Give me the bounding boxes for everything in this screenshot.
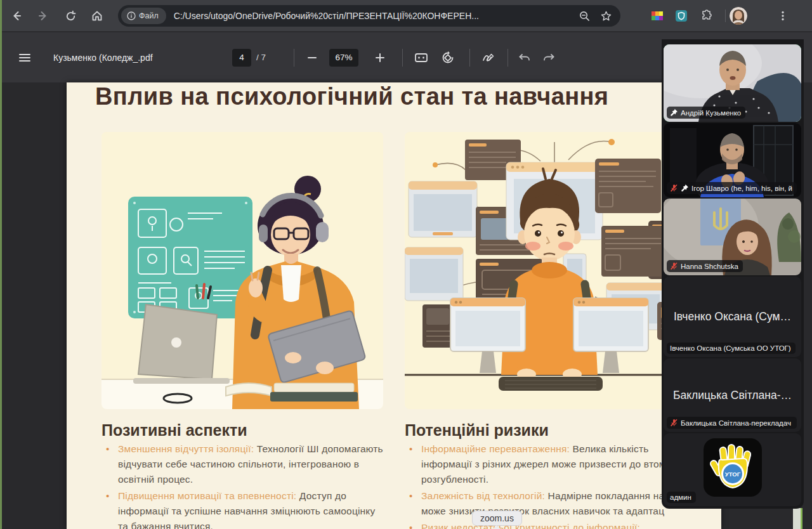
- zoom-level-input[interactable]: 67%: [329, 49, 358, 67]
- annotate-pen-icon[interactable]: [481, 32, 496, 82]
- zoomus-tooltip: zoom.us: [472, 511, 522, 526]
- bullet-lead: Підвищення мотивації та впевненості:: [118, 490, 296, 501]
- reload-icon[interactable]: [63, 8, 78, 23]
- participant-tile[interactable]: Ігор Шавро (he, him, his, він, йо…: [664, 123, 801, 197]
- bullet-line: Зменшення відчуття ізоляції: Технології …: [118, 441, 383, 457]
- zoomus-tooltip-text: zoom.us: [472, 511, 522, 526]
- zoom-out-icon[interactable]: [306, 32, 318, 82]
- pdf-menu-icon[interactable]: [18, 32, 32, 82]
- participant-name-text: Hanna Shchutska: [681, 263, 738, 270]
- bullet-lead: Зменшення відчуття ізоляції:: [118, 443, 254, 454]
- mic-muted-icon: [670, 419, 678, 427]
- background-window-edge: [793, 508, 801, 529]
- pdf-page: Вплив на психологічний стан та навчання: [67, 82, 721, 529]
- extensions-puzzle-icon[interactable]: [699, 8, 714, 23]
- bookmark-star-icon[interactable]: [599, 9, 613, 23]
- file-scheme-chip[interactable]: Файл: [121, 8, 166, 24]
- pdf-filename: Кузьменко (Коледж_.pdf: [53, 53, 153, 63]
- bullet-line: Підвищення мотивації та впевненості: Дос…: [118, 488, 375, 504]
- page-total: / 7: [256, 53, 266, 62]
- file-chip-label: Файл: [139, 11, 159, 20]
- screen: Файл C:/Users/utogo/OneDrive/Робочий%20с…: [0, 0, 812, 529]
- participant-name-text: Івченко Оксана (Сумська ОО УТОГ): [670, 344, 791, 352]
- bullet-lead: Інформаційне перевантаження:: [421, 443, 570, 454]
- shield-extension-icon[interactable]: [674, 8, 689, 23]
- participant-tile[interactable]: Івченко Оксана (Сум…Івченко Оксана (Сумс…: [664, 277, 801, 357]
- back-icon[interactable]: [9, 8, 24, 23]
- bullet-dot: •: [405, 488, 421, 519]
- participant-name-label: Ігор Шавро (he, him, his, він, йо…: [667, 182, 797, 194]
- illustration-positive-aspects: [102, 132, 383, 409]
- bullet-line: та бажання вчитися.: [118, 519, 375, 529]
- participant-name-label: Івченко Оксана (Сумська ОО УТОГ): [667, 343, 796, 354]
- bullet-line: освітній процес.: [118, 472, 383, 487]
- participant-name-label: админ: [667, 492, 696, 503]
- potential-risks-heading: Потенційні ризики: [405, 421, 549, 440]
- pdf-toolbar-separator: [469, 49, 470, 67]
- participant-tile[interactable]: Hanna Shchutska: [664, 199, 801, 275]
- pdf-toolbar-separator: [508, 49, 508, 67]
- bullet-dot: •: [405, 520, 421, 529]
- pdf-toolbar-separator: [294, 49, 294, 67]
- zoom-in-icon[interactable]: [374, 32, 386, 82]
- participant-name-text: Андрій Кузьменко: [681, 109, 741, 117]
- palette-extension-icon[interactable]: [650, 8, 665, 23]
- rotate-icon[interactable]: [440, 32, 455, 82]
- page-number-input[interactable]: 4: [232, 49, 251, 67]
- browser-menu-kebab-icon[interactable]: [775, 8, 790, 23]
- bullet-lead: Ризик недостатньої критичності до інформ…: [421, 522, 640, 529]
- bullet-dot: •: [102, 488, 118, 529]
- participant-name-text: админ: [670, 493, 691, 501]
- participant-name-label: Hanna Shchutska: [667, 260, 743, 272]
- bullet-line: Залежність від технологій: Надмірне покл…: [421, 488, 664, 504]
- mic-muted-icon: [670, 184, 678, 192]
- bullet-line: відчувати себе частиною спільноти, інтег…: [118, 457, 383, 472]
- forward-icon[interactable]: [36, 8, 51, 23]
- participants-panel[interactable]: Андрій Кузьменко Ігор Шавро (he, him, hi…: [662, 39, 804, 509]
- bullet-dot: •: [405, 441, 421, 487]
- bullet-line: розгубленості.: [421, 472, 672, 487]
- girl-studying-illustration: [102, 132, 383, 409]
- illustration-potential-risks: [405, 132, 686, 409]
- slide-title: Вплив на психологічний стан та навчання: [95, 83, 608, 110]
- toolbar-separator: [725, 10, 726, 22]
- bullet-lead: Залежність від технологій:: [421, 490, 545, 501]
- participant-tile[interactable]: УТОГ админ: [664, 433, 801, 506]
- zoom-out-page-icon[interactable]: [577, 9, 591, 23]
- positive-aspects-heading: Позитивні аспекти: [102, 421, 247, 440]
- bullet-item: •Зменшення відчуття ізоляції: Технології…: [102, 441, 406, 487]
- bullet-item: •Підвищення мотивації та впевненості: До…: [102, 488, 406, 529]
- screen-share-border: [0, 0, 2, 529]
- url-text[interactable]: C:/Users/utogo/OneDrive/Робочий%20стіл/П…: [174, 11, 577, 21]
- mic-muted-icon: [670, 262, 678, 270]
- participant-name-text: Баклицька Світлана-перекладач ж…: [681, 419, 792, 427]
- pin-icon: [670, 108, 678, 117]
- participant-tile[interactable]: Баклицька Світлана-… Баклицька Світлана-…: [664, 358, 801, 432]
- bullet-line: Інформаційне перевантаження: Велика кіль…: [421, 441, 672, 457]
- undo-icon[interactable]: [518, 32, 532, 82]
- svg-text:УТОГ: УТОГ: [724, 471, 740, 478]
- bullet-line: Ризик недостатньої критичності до інформ…: [421, 520, 640, 529]
- profile-avatar[interactable]: [730, 7, 747, 25]
- address-bar[interactable]: Файл C:/Users/utogo/OneDrive/Робочий%20с…: [118, 5, 620, 27]
- fit-to-width-icon[interactable]: [414, 32, 429, 82]
- pin-icon: [681, 184, 689, 192]
- boy-overload-illustration: [405, 132, 686, 409]
- participant-name-label: Андрій Кузьменко: [667, 107, 745, 119]
- bullet-line: може знизити розвиток власних навичок та…: [421, 504, 664, 519]
- browser-toolbar: Файл C:/Users/utogo/OneDrive/Робочий%20с…: [0, 0, 812, 32]
- participant-name-label: Баклицька Світлана-перекладач ж…: [667, 417, 797, 429]
- utog-logo: УТОГ: [704, 438, 762, 497]
- bullet-line: інформації з різних джерел може призвест…: [421, 457, 672, 472]
- bullet-item: •Ризик недостатньої критичності до інфор…: [405, 520, 735, 529]
- redo-icon[interactable]: [542, 32, 556, 82]
- bullet-line: інформації та успішне навчання зміцнюють…: [118, 504, 375, 519]
- info-icon: [127, 11, 136, 20]
- pdf-toolbar-separator: [402, 49, 403, 67]
- positive-aspects-list: •Зменшення відчуття ізоляції: Технології…: [102, 441, 406, 529]
- bullet-dot: •: [102, 441, 118, 487]
- participant-name-text: Ігор Шавро (he, him, his, він, йо…: [691, 185, 792, 192]
- home-icon[interactable]: [89, 8, 105, 23]
- participant-tile[interactable]: Андрій Кузьменко: [664, 44, 801, 122]
